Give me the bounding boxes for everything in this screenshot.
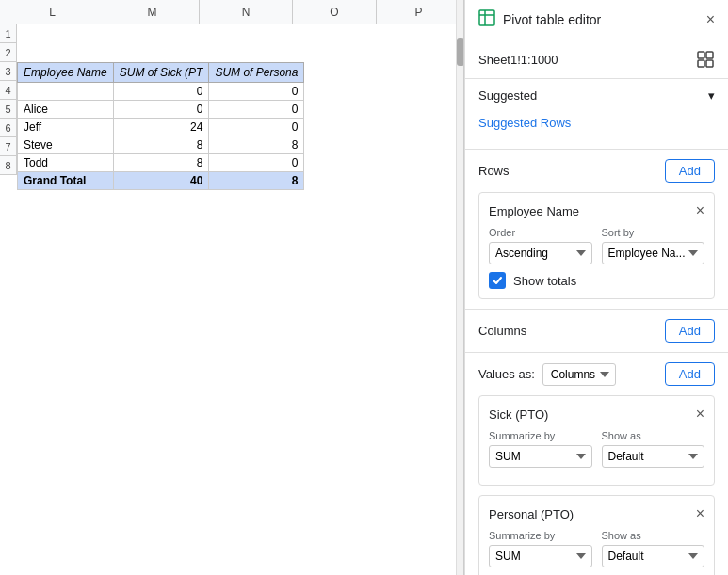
grand-total-label: Grand Total — [18, 172, 114, 190]
grand-total-val1: 40 — [113, 172, 209, 190]
sick-pto-card-header: Sick (PTO) × — [489, 406, 704, 423]
cell-name-3[interactable]: Jeff — [18, 119, 114, 136]
panel-close-button[interactable]: × — [706, 11, 715, 28]
panel-header-left: Pivot table editor — [478, 9, 601, 30]
show-totals-row: Show totals — [489, 272, 704, 289]
suggested-section: Suggested ▾ Suggested Rows — [465, 79, 728, 150]
values-section: Values as: Columns Add Sick (PTO) × Summ… — [465, 353, 728, 575]
sheet-ref-text[interactable]: Sheet1!1:1000 — [478, 53, 558, 67]
cell-val2-4[interactable]: 8 — [209, 136, 304, 154]
panel-title: Pivot table editor — [503, 12, 601, 27]
sheet-reference: Sheet1!1:1000 — [465, 40, 728, 79]
order-select[interactable]: Ascending — [489, 242, 592, 264]
columns-add-button[interactable]: Add — [665, 319, 715, 343]
grid-icon[interactable] — [696, 50, 715, 69]
grand-total-val2: 8 — [209, 172, 304, 190]
rows-add-button[interactable]: Add — [665, 159, 715, 183]
cell-name-2[interactable]: Alice — [18, 101, 114, 119]
personal-show-as-select[interactable]: Default — [602, 545, 705, 567]
order-label: Order — [489, 227, 592, 238]
sick-summarize-label: Summarize by — [489, 430, 592, 441]
suggested-rows-label[interactable]: Suggested Rows — [478, 112, 715, 137]
sick-pto-remove-button[interactable]: × — [696, 406, 704, 423]
scrollbar-thumb[interactable] — [457, 38, 464, 66]
cell-val2-2[interactable]: 0 — [209, 101, 304, 119]
values-as-row: Values as: Columns — [478, 363, 616, 386]
sick-pto-name: Sick (PTO) — [489, 407, 548, 422]
table-header-row: Employee Name SUM of Sick (PT SUM of Per… — [18, 63, 304, 83]
suggested-section-header[interactable]: Suggested ▾ — [465, 79, 728, 112]
row-numbers: 1 2 3 4 5 6 7 8 — [0, 24, 17, 175]
table-row: 0 0 — [18, 83, 304, 101]
col-header-l: L — [0, 0, 105, 24]
table-row: Steve 8 8 — [18, 136, 304, 154]
sick-summarize-group: Summarize by SUM — [489, 430, 592, 468]
svg-rect-6 — [706, 60, 713, 67]
cell-name-1[interactable] — [18, 83, 114, 101]
values-header: Values as: Columns Add — [465, 353, 728, 395]
columns-label: Columns — [478, 324, 526, 338]
columns-header: Columns Add — [465, 310, 728, 352]
svg-rect-0 — [479, 10, 494, 25]
personal-show-as-label: Show as — [602, 530, 705, 541]
sort-by-select[interactable]: Employee Na... — [602, 242, 705, 264]
suggested-content: Suggested Rows — [465, 112, 728, 149]
cell-val2-3[interactable]: 0 — [209, 119, 304, 136]
values-as-select[interactable]: Columns — [542, 363, 616, 386]
sort-by-group: Sort by Employee Na... — [602, 227, 705, 264]
personal-pto-field-card: Personal (PTO) × Summarize by SUM Show a… — [478, 495, 715, 575]
col-header-n: N — [200, 0, 293, 24]
cell-val1-1[interactable]: 0 — [113, 83, 209, 101]
table-row: Jeff 24 0 — [18, 119, 304, 136]
col-header-m: M — [105, 0, 200, 24]
col-header-p: P — [377, 0, 461, 24]
cell-val1-2[interactable]: 0 — [113, 101, 209, 119]
values-add-button[interactable]: Add — [665, 362, 715, 386]
values-as-label: Values as: — [478, 367, 535, 381]
sick-pto-options-row: Summarize by SUM Show as Default — [489, 430, 704, 468]
personal-pto-name: Personal (PTO) — [489, 507, 574, 521]
column-headers: L M N O P — [0, 0, 463, 24]
cell-val2-1[interactable]: 0 — [209, 83, 304, 101]
columns-section: Columns Add — [465, 310, 728, 353]
show-totals-label: Show totals — [513, 274, 576, 288]
table-icon — [478, 9, 495, 30]
spreadsheet-area: L M N O P 1 2 3 4 5 6 7 8 Employee Name … — [0, 0, 464, 575]
col-personal-pto[interactable]: SUM of Persona — [209, 63, 304, 83]
pivot-table: Employee Name SUM of Sick (PT SUM of Per… — [17, 62, 304, 190]
cell-val2-5[interactable]: 0 — [209, 154, 304, 172]
cell-val1-4[interactable]: 8 — [113, 136, 209, 154]
personal-pto-options-row: Summarize by SUM Show as Default — [489, 530, 704, 567]
table-row: Alice 0 0 — [18, 101, 304, 119]
rows-header: Rows Add — [465, 150, 728, 192]
personal-show-as-group: Show as Default — [602, 530, 705, 567]
svg-rect-5 — [698, 60, 704, 67]
sick-show-as-select[interactable]: Default — [602, 445, 705, 468]
personal-pto-remove-button[interactable]: × — [696, 505, 704, 522]
field-remove-button[interactable]: × — [696, 202, 704, 219]
cell-val1-3[interactable]: 24 — [113, 119, 209, 136]
field-card-name: Employee Name — [489, 204, 579, 218]
pivot-table-editor-panel: Pivot table editor × Sheet1!1:1000 Sugge… — [464, 0, 728, 575]
svg-rect-4 — [706, 52, 713, 58]
cell-name-5[interactable]: Todd — [18, 154, 114, 172]
chevron-down-icon: ▾ — [708, 88, 715, 103]
col-sick-pto[interactable]: SUM of Sick (PT — [113, 63, 209, 83]
field-card-header: Employee Name × — [489, 202, 704, 219]
col-employee-name[interactable]: Employee Name — [18, 63, 114, 83]
sick-show-as-label: Show as — [602, 430, 705, 441]
grand-total-row: Grand Total 40 8 — [18, 172, 304, 190]
personal-summarize-select[interactable]: SUM — [489, 545, 592, 567]
cell-val1-5[interactable]: 8 — [113, 154, 209, 172]
sort-by-label: Sort by — [602, 227, 705, 238]
personal-summarize-label: Summarize by — [489, 530, 592, 541]
vertical-scrollbar[interactable] — [456, 0, 463, 575]
sick-summarize-select[interactable]: SUM — [489, 445, 592, 468]
rows-label: Rows — [478, 164, 510, 178]
rows-section: Rows Add Employee Name × Order Ascending… — [465, 150, 728, 310]
show-totals-checkbox[interactable] — [489, 272, 506, 289]
table-row: Todd 8 0 — [18, 154, 304, 172]
employee-name-field-card: Employee Name × Order Ascending Sort by … — [478, 192, 715, 299]
suggested-label: Suggested — [478, 88, 537, 103]
cell-name-4[interactable]: Steve — [18, 136, 114, 154]
